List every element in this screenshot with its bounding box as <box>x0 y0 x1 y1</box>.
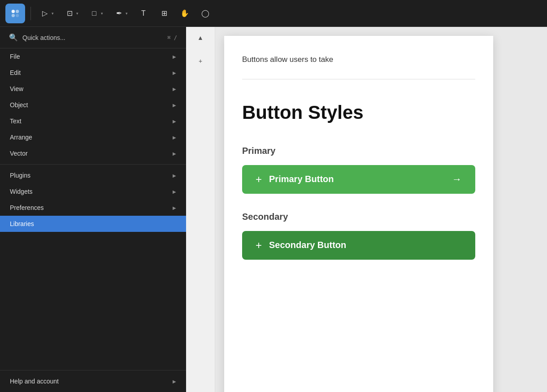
toolbar: ▷ ▾ ⊡ ▾ □ ▾ ✒ ▾ T ⊞ ✋ ◯ <box>0 0 547 27</box>
menu-item-arrange[interactable]: Arrange ▶ <box>0 129 186 145</box>
svg-point-3 <box>16 13 19 17</box>
primary-section-label: Primary <box>242 146 475 156</box>
primary-btn-label: Primary Button <box>269 174 334 184</box>
text-arrow-icon: ▶ <box>173 119 176 124</box>
primary-btn-plus-icon: + <box>256 173 262 186</box>
menu-divider-1 <box>0 164 186 165</box>
move-tool[interactable]: ▷ ▾ <box>36 6 57 21</box>
hand-icon: ✋ <box>180 9 190 18</box>
frame-tool-chevron: ▾ <box>76 11 78 16</box>
component-tool[interactable]: ⊞ <box>156 6 173 21</box>
search-icon: 🔍 <box>9 33 18 42</box>
svg-point-2 <box>12 13 15 17</box>
rect-tool-chevron: ▾ <box>101 11 103 16</box>
pen-tool[interactable]: ✒ ▾ <box>110 6 131 21</box>
menu-item-plugins[interactable]: Plugins ▶ <box>0 167 186 183</box>
menu-search-bar[interactable]: 🔍 Quick actions... ⌘ / <box>0 27 186 48</box>
toolbar-separator <box>30 7 31 20</box>
pen-icon: ✒ <box>114 9 124 18</box>
text-icon: T <box>139 9 148 18</box>
hand-tool[interactable]: ✋ <box>176 6 193 21</box>
menu-item-widgets[interactable]: Widgets ▶ <box>0 183 186 200</box>
pen-tool-chevron: ▾ <box>126 11 128 16</box>
menu-item-help-account[interactable]: Help and account ▶ <box>0 370 186 392</box>
design-section-title: Button Styles <box>242 102 475 123</box>
view-arrow-icon: ▶ <box>173 87 176 91</box>
text-tool[interactable]: T <box>135 6 152 21</box>
menu-item-view[interactable]: View ▶ <box>0 81 186 97</box>
frame-icon: ⊡ <box>65 9 74 18</box>
help-arrow-icon: ▶ <box>173 379 176 384</box>
svg-point-1 <box>16 9 19 13</box>
edit-arrow-icon: ▶ <box>173 70 176 75</box>
primary-button-demo[interactable]: + Primary Button → <box>242 165 475 194</box>
vector-arrow-icon: ▶ <box>173 151 176 156</box>
design-intro-text: Buttons allow users to take <box>242 54 475 65</box>
left-panel-controls: ▲ + <box>186 27 215 392</box>
file-arrow-icon: ▶ <box>173 54 176 59</box>
move-icon: ▷ <box>40 9 50 18</box>
frame-tool[interactable]: ⊡ ▾ <box>61 6 82 21</box>
primary-btn-left: + Primary Button <box>256 173 334 186</box>
menu-bottom: Help and account ▶ <box>0 370 186 392</box>
secondary-button-demo[interactable]: + Secondary Button <box>242 231 475 260</box>
rect-tool[interactable]: □ ▾ <box>86 6 107 21</box>
collapse-panel-button[interactable]: ▲ <box>193 31 208 44</box>
comment-icon: ◯ <box>200 9 210 18</box>
primary-btn-arrow-icon: → <box>452 174 462 185</box>
comment-tool[interactable]: ◯ <box>197 6 214 21</box>
secondary-section-label: Secondary <box>242 212 475 222</box>
search-shortcut: ⌘ / <box>167 35 177 41</box>
move-tool-chevron: ▾ <box>52 11 54 16</box>
arrange-arrow-icon: ▶ <box>173 135 176 140</box>
rect-icon: □ <box>89 9 99 18</box>
search-placeholder: Quick actions... <box>22 34 163 41</box>
main-layout: 🔍 Quick actions... ⌘ / File ▶ Edit ▶ Vie… <box>0 27 547 392</box>
component-icon: ⊞ <box>159 9 169 18</box>
plugins-arrow-icon: ▶ <box>173 173 176 178</box>
svg-point-0 <box>12 9 15 13</box>
dropdown-menu: 🔍 Quick actions... ⌘ / File ▶ Edit ▶ Vie… <box>0 27 186 392</box>
app-logo[interactable] <box>5 4 25 23</box>
menu-item-preferences[interactable]: Preferences ▶ <box>0 200 186 216</box>
menu-item-libraries[interactable]: Libraries <box>0 216 186 232</box>
menu-item-text[interactable]: Text ▶ <box>0 113 186 129</box>
menu-item-vector[interactable]: Vector ▶ <box>0 145 186 161</box>
menu-item-file[interactable]: File ▶ <box>0 48 186 65</box>
design-frame: Buttons allow users to take Button Style… <box>224 36 493 392</box>
add-layer-button[interactable]: + <box>193 55 208 67</box>
menu-item-edit[interactable]: Edit ▶ <box>0 65 186 81</box>
secondary-btn-plus-icon: + <box>256 239 262 252</box>
widgets-arrow-icon: ▶ <box>173 189 176 194</box>
design-content: Buttons allow users to take Button Style… <box>215 27 547 392</box>
preferences-arrow-icon: ▶ <box>173 205 176 210</box>
secondary-btn-label: Secondary Button <box>269 240 346 250</box>
menu-item-object[interactable]: Object ▶ <box>0 97 186 113</box>
design-divider <box>242 79 475 79</box>
object-arrow-icon: ▶ <box>173 103 176 108</box>
menu-items-list: File ▶ Edit ▶ View ▶ Object ▶ Text ▶ Arr… <box>0 48 186 370</box>
canvas-area: ▲ + Buttons allow users to take Button S… <box>186 27 547 392</box>
